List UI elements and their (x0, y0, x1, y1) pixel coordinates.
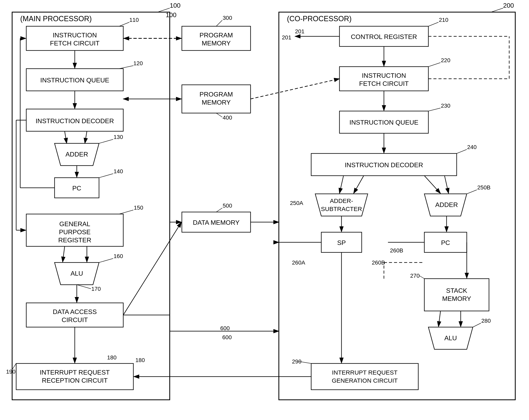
cp-pc-label: PC (441, 239, 450, 246)
pm300-label1: PROGRAM (199, 31, 233, 39)
main-gpr-label1: GENERAL (59, 220, 90, 228)
cp-adder-label: ADDER (435, 201, 458, 208)
main-adder-label: ADDER (66, 151, 88, 158)
main-irrc-label1: INTERRUPT REQUEST (40, 369, 110, 376)
main-iq-label: INSTRUCTION QUEUE (40, 76, 109, 84)
svg-text:500: 500 (223, 203, 232, 209)
pm300-label2: MEMORY (202, 39, 231, 47)
cp-sp-label: SP (337, 239, 346, 246)
cp-ifc-label2: FETCH CIRCUIT (359, 80, 409, 87)
cp-sm-label2: MEMORY (442, 295, 471, 302)
diagram-container: (MAIN PROCESSOR) 100 100 (CO-PROCESSOR) … (0, 0, 529, 420)
svg-text:270: 270 (410, 273, 420, 279)
dm500-label: DATA MEMORY (193, 219, 239, 226)
cp-addsub-label1: ADDER- (330, 197, 353, 204)
svg-text:120: 120 (133, 60, 143, 66)
svg-text:240: 240 (467, 144, 477, 150)
label-600: 600 (222, 334, 232, 341)
svg-text:100: 100 (170, 2, 180, 9)
svg-text:260B: 260B (390, 247, 403, 254)
cp-alu-label: ALU (444, 334, 457, 342)
svg-text:290: 290 (292, 358, 302, 365)
main-gpr-label2: PURPOSE (59, 228, 91, 236)
main-alu-label: ALU (70, 270, 83, 277)
main-dac-label2: CIRCUIT (62, 316, 88, 323)
svg-text:300: 300 (223, 15, 232, 21)
svg-text:200: 200 (503, 2, 514, 9)
label-600-text: 600 (220, 325, 230, 331)
svg-text:170: 170 (91, 286, 101, 292)
cp-addsub-shape (315, 194, 368, 216)
svg-rect-53 (311, 363, 418, 390)
main-pc-label: PC (72, 185, 81, 192)
svg-text:220: 220 (441, 57, 450, 64)
main-gpr-label3: REGISTER (58, 236, 91, 244)
label-250a: 250A (290, 200, 303, 206)
svg-rect-29 (16, 363, 133, 390)
cp-irgc-label1: INTERRUPT REQUEST (332, 369, 397, 376)
main-processor-id: 100 (166, 11, 176, 19)
svg-text:210: 210 (439, 17, 448, 23)
svg-text:150: 150 (134, 204, 143, 211)
cp-sm-label1: STACK (446, 287, 467, 294)
pm400-label2: MEMORY (202, 99, 231, 106)
label-260a: 260A (292, 259, 305, 266)
svg-text:160: 160 (114, 253, 123, 259)
svg-rect-48 (424, 279, 489, 311)
svg-text:250B: 250B (477, 184, 490, 191)
svg-text:130: 130 (114, 134, 123, 140)
svg-text:140: 140 (114, 168, 123, 175)
svg-text:280: 280 (481, 318, 491, 324)
svg-text:110: 110 (129, 17, 139, 23)
main-ifc-label2: FETCH CIRCUIT (50, 39, 99, 47)
cp-iq-label: INSTRUCTION QUEUE (349, 119, 418, 126)
svg-text:400: 400 (223, 115, 232, 121)
pm400-label1: PROGRAM (199, 91, 233, 98)
svg-text:190: 190 (6, 369, 15, 375)
main-dac-label1: DATA ACCESS (53, 308, 97, 315)
cp-irgc-label2: GENERATION CIRCUIT (332, 377, 398, 384)
block-diagram-svg: (MAIN PROCESSOR) 100 100 (CO-PROCESSOR) … (0, 0, 529, 420)
main-irrc-label2: RECEPTION CIRCUIT (42, 377, 107, 384)
co-processor-label: (CO-PROCESSOR) (287, 14, 352, 23)
label-180: 180 (107, 354, 117, 361)
main-processor-label: (MAIN PROCESSOR) (20, 14, 92, 23)
label-201: 201 (282, 34, 291, 41)
cp-cr-label: CONTROL REGISTER (351, 33, 417, 40)
main-ifc-label: INSTRUCTION (53, 31, 97, 39)
svg-text:230: 230 (441, 102, 450, 109)
cp-addsub-label2: SUBTRACTER (321, 205, 362, 212)
label-201-pos: 201 (295, 28, 304, 35)
cp-id-label: INSTRUCTION DECODER (345, 161, 423, 169)
main-id-label: INSTRUCTION DECODER (36, 117, 114, 125)
cp-ifc-label1: INSTRUCTION (362, 72, 406, 79)
label-180-text: 180 (135, 357, 145, 363)
label-260b: 260B (372, 259, 385, 266)
